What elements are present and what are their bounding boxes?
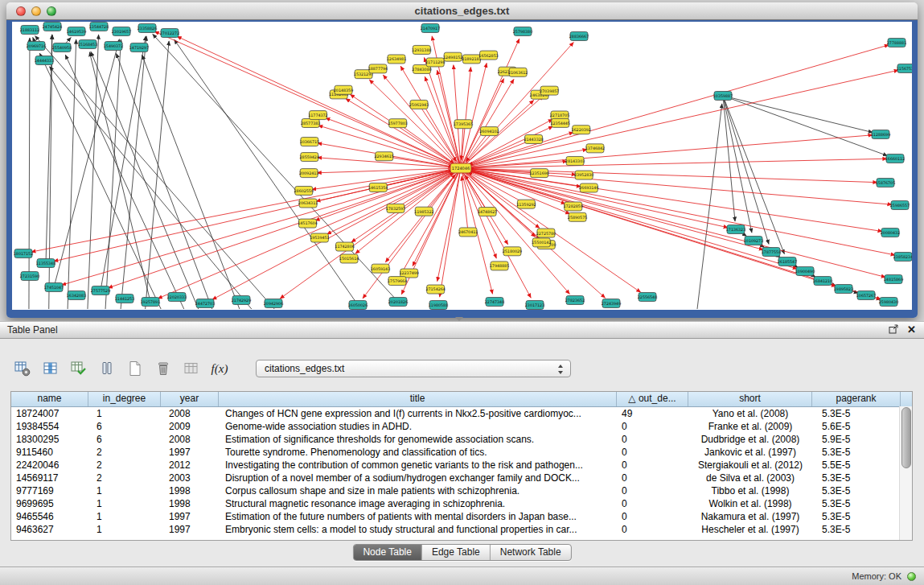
graph-node[interactable]: 15490372	[104, 42, 123, 51]
network-graph[interactable]: 2715426412237499175796641605914315015614…	[12, 22, 912, 310]
tab-network-table[interactable]: Network Table	[491, 545, 571, 560]
graph-node[interactable]: 11355348	[36, 259, 55, 268]
graph-node[interactable]: 10109273	[744, 237, 763, 245]
graph-node[interactable]: 20080432	[881, 229, 900, 237]
graph-node[interactable]: 25986557	[890, 201, 910, 210]
graph-node[interactable]: 11288699	[871, 130, 890, 139]
delete-column-icon[interactable]	[154, 359, 173, 378]
graph-node[interactable]: 19895823	[834, 285, 853, 294]
graph-node[interactable]: 13544728	[89, 23, 109, 31]
select-columns-icon[interactable]	[41, 359, 60, 378]
column-header-out_de[interactable]: △ out_de...	[617, 392, 688, 406]
graph-node[interactable]: 11985322	[414, 207, 433, 216]
graph-node[interactable]: 23017123	[525, 301, 544, 310]
graph-node[interactable]: 24745424	[43, 23, 62, 31]
graph-node[interactable]: 11774372	[308, 111, 327, 120]
table-row[interactable]: 911546021997Tourette syndrome. Phenomeno…	[11, 446, 912, 459]
column-header-title[interactable]: title	[219, 392, 617, 406]
minimize-window-button[interactable]	[31, 6, 41, 16]
graph-node[interactable]: 17579664	[388, 277, 407, 286]
network-canvas[interactable]: 2715426412237499175796641605914315015614…	[12, 22, 912, 310]
table-row[interactable]: 1830029562008Estimation of significance …	[11, 433, 912, 446]
tab-edge-table[interactable]: Edge Table	[422, 545, 491, 560]
graph-node[interactable]: 23952830	[574, 171, 593, 179]
graph-node[interactable]: 11980588	[429, 301, 448, 310]
graph-node[interactable]: 14517604	[298, 219, 317, 228]
import-table-icon[interactable]	[182, 359, 201, 378]
graph-node[interactable]: 25061943	[409, 100, 429, 109]
table-row[interactable]: 1872400712008Changes of HCN gene express…	[11, 407, 912, 420]
scrollbar-thumb[interactable]	[901, 407, 911, 468]
graph-node[interactable]: 16050026	[348, 301, 368, 310]
graph-node[interactable]: 25890575	[568, 212, 587, 221]
graph-node[interactable]: 17877558	[762, 248, 781, 257]
graph-node[interactable]: 22556548	[638, 293, 657, 302]
graph-node[interactable]: 16660112	[885, 154, 905, 163]
graph-node[interactable]: 26693146	[579, 183, 598, 192]
graph-node[interactable]: 22934615	[374, 152, 393, 161]
graph-node[interactable]: 10900490	[795, 267, 815, 276]
graph-node[interactable]: 12931388	[412, 45, 431, 54]
graph-node[interactable]: 12351690	[529, 169, 548, 178]
column-header-year[interactable]: year	[161, 392, 219, 406]
graph-node[interactable]: 27012272	[160, 29, 179, 38]
graph-node[interactable]: 21883112	[20, 26, 39, 35]
close-window-button[interactable]	[16, 6, 26, 16]
graph-node[interactable]: 18017152	[14, 249, 33, 258]
float-panel-icon[interactable]	[889, 323, 899, 337]
graph-node[interactable]: 16841210	[813, 277, 832, 286]
graph-node[interactable]: 28143303	[565, 156, 585, 165]
graph-node[interactable]: 20201826	[388, 298, 408, 307]
graph-node[interactable]: 24670411	[458, 228, 478, 237]
vertical-scrollbar[interactable]	[899, 406, 912, 540]
graph-node[interactable]: 26185547	[778, 257, 797, 266]
table-row[interactable]: 1938455462009Genome-wide association stu…	[11, 420, 912, 433]
graph-node[interactable]: 11441253	[115, 295, 134, 303]
network-view-window[interactable]: citations_edges.txt 27154264122374991757…	[6, 2, 918, 318]
graph-node[interactable]: 15876705	[876, 179, 895, 187]
table-row[interactable]: 1456911722003Disruption of a novel membe…	[11, 472, 912, 484]
graph-node[interactable]: 15977803	[388, 119, 407, 128]
graph-node[interactable]: 17451047	[44, 283, 64, 292]
graph-node[interactable]: 11567532	[897, 64, 912, 73]
window-titlebar[interactable]: citations_edges.txt	[6, 2, 918, 20]
graph-node[interactable]: 15500142	[532, 238, 551, 247]
graph-node[interactable]: 20634311	[298, 199, 318, 208]
graph-node[interactable]: 26094102	[479, 127, 499, 136]
graph-node[interactable]: 18877794	[368, 64, 388, 73]
graph-node[interactable]: 17136323	[726, 225, 745, 234]
graph-node[interactable]: 16220392	[572, 126, 591, 134]
graph-node[interactable]: 17282859	[564, 202, 583, 211]
column-header-name[interactable]: name	[11, 392, 88, 406]
graph-node[interactable]: 21470917	[421, 24, 440, 33]
graph-node[interactable]: 27788881	[887, 39, 906, 47]
graph-node[interactable]: 24472703	[195, 299, 215, 308]
graph-node[interactable]: 27243949	[602, 299, 621, 308]
graph-node[interactable]: 19539451	[310, 233, 329, 242]
graph-node[interactable]: 17832597	[386, 204, 405, 212]
tab-node-table[interactable]: Node Table	[353, 545, 422, 560]
graph-node[interactable]: 28559424	[300, 153, 319, 162]
graph-node[interactable]: 27577529	[91, 286, 110, 295]
graph-node[interactable]: 27154264	[425, 285, 445, 294]
graph-node[interactable]: 20148359	[334, 85, 353, 94]
graph-node[interactable]: 22747348	[485, 298, 504, 307]
column-header-short[interactable]: short	[688, 392, 812, 406]
graph-node[interactable]: 12498152	[443, 52, 462, 61]
graph-node[interactable]: 11742806	[335, 242, 354, 251]
graph-node[interactable]: 28602550	[294, 186, 314, 195]
graph-node[interactable]: 25180029	[503, 247, 522, 256]
graph-node[interactable]: 10359887	[713, 92, 733, 101]
graph-node[interactable]: 22020333	[167, 293, 187, 302]
graph-node[interactable]: 17948885	[490, 262, 509, 270]
table-row[interactable]: 2242004622012Investigating the contribut…	[11, 459, 912, 472]
graph-node[interactable]: 15168453	[78, 40, 97, 49]
graph-node[interactable]: 15015614	[339, 254, 359, 263]
graph-node[interactable]: 27231590	[20, 272, 39, 281]
graph-node[interactable]: 14748627	[478, 208, 497, 216]
table-mode-icon[interactable]	[97, 359, 117, 378]
graph-node[interactable]: 11359292	[516, 200, 536, 208]
graph-node[interactable]: 14815869	[884, 275, 903, 284]
graph-node[interactable]: 17395365	[454, 120, 473, 129]
table-row[interactable]: 946362711997Embryonic stem cells: a mode…	[11, 523, 912, 536]
